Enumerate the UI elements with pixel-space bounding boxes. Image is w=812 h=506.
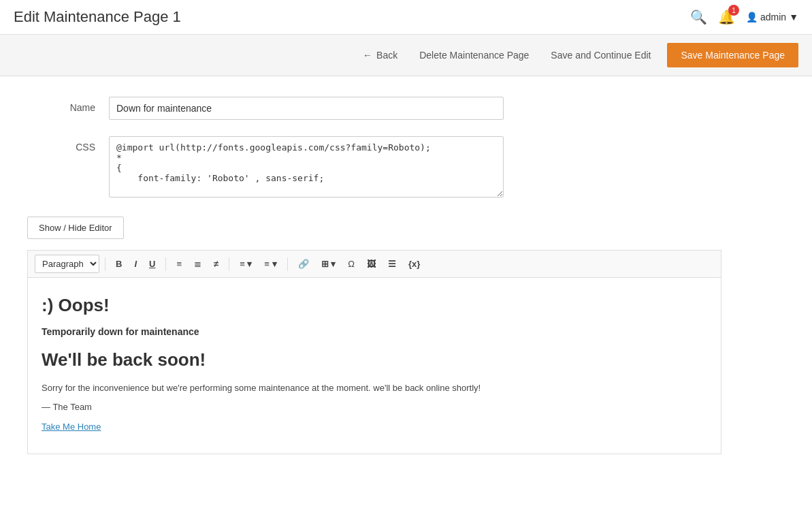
numbered-list-button[interactable]: ≡ ▾ (259, 256, 281, 272)
back-arrow-icon: ← (363, 50, 372, 61)
image-button[interactable]: 🖼 (362, 256, 380, 272)
admin-menu[interactable]: 👤 admin ▼ (746, 12, 798, 22)
chevron-down-icon: ▼ (789, 12, 798, 22)
toolbar-divider-4 (287, 257, 288, 271)
name-row: Name (27, 97, 721, 120)
save-continue-button[interactable]: Save and Continue Edit (545, 47, 656, 63)
page-title: Edit Maintenance Page 1 (14, 8, 181, 26)
user-icon: 👤 (746, 12, 758, 22)
editor-heading-smiley: :) Oops! (42, 291, 707, 320)
editor-bold-line: Temporarily down for maintenance (42, 324, 707, 339)
header: Edit Maintenance Page 1 🔍 🔔 1 👤 admin ▼ (0, 0, 812, 35)
toolbar-divider-3 (229, 257, 229, 271)
css-row: CSS @import url(http://fonts.googleapis.… (27, 136, 721, 200)
take-me-home-link[interactable]: Take Me Home (42, 422, 101, 432)
italic-button[interactable]: I (129, 256, 142, 272)
editor-link[interactable]: Take Me Home (42, 420, 707, 434)
admin-label: admin (760, 12, 786, 22)
editor-section: Paragraph Heading 1 Heading 2 Heading 3 … (27, 250, 721, 454)
editor-h2-text: We'll be back soon! (42, 346, 707, 375)
omega-button[interactable]: Ω (343, 256, 359, 272)
toolbar-divider-1 (105, 257, 105, 271)
show-hide-editor-button[interactable]: Show / Hide Editor (27, 217, 124, 239)
underline-button[interactable]: U (144, 256, 160, 272)
delete-button[interactable]: Delete Maintenance Page (414, 47, 534, 63)
name-field (109, 97, 504, 120)
align-center-button[interactable]: ≣ (189, 256, 206, 272)
toolbar-divider-2 (165, 257, 166, 271)
editor-toolbar: Paragraph Heading 1 Heading 2 Heading 3 … (27, 250, 721, 277)
format-select[interactable]: Paragraph Heading 1 Heading 2 Heading 3 (35, 255, 99, 273)
bullet-list-button[interactable]: ≡ ▾ (235, 256, 257, 272)
css-textarea[interactable]: @import url(http://fonts.googleapis.com/… (109, 136, 504, 197)
header-actions: 🔍 🔔 1 👤 admin ▼ (690, 9, 798, 25)
back-button[interactable]: ← Back (357, 47, 403, 63)
link-button[interactable]: 🔗 (293, 256, 314, 272)
notification-badge: 1 (728, 5, 739, 16)
css-label: CSS (27, 136, 109, 153)
main-content: Name CSS @import url(http://fonts.google… (0, 76, 749, 475)
table-button[interactable]: ⊞ ▾ (316, 256, 341, 272)
editor-content[interactable]: :) Oops! Temporarily down for maintenanc… (27, 277, 721, 454)
align-left-button[interactable]: ≡ (172, 256, 186, 272)
name-label: Name (27, 97, 109, 113)
editor-paragraph: Sorry for the inconvenience but we're pe… (42, 381, 707, 396)
save-button[interactable]: Save Maintenance Page (667, 43, 798, 67)
variable-button[interactable]: {x} (404, 256, 425, 272)
action-toolbar: ← Back Delete Maintenance Page Save and … (0, 35, 812, 76)
search-icon[interactable]: 🔍 (690, 9, 707, 25)
bold-button[interactable]: B (111, 256, 127, 272)
editor-signature: — The Team (42, 400, 707, 415)
css-field: @import url(http://fonts.googleapis.com/… (109, 136, 504, 200)
name-input[interactable] (109, 97, 504, 120)
align-right-button[interactable]: ≠ (209, 256, 223, 272)
layers-button[interactable]: ☰ (383, 256, 401, 272)
notification-icon[interactable]: 🔔 1 (718, 9, 735, 25)
